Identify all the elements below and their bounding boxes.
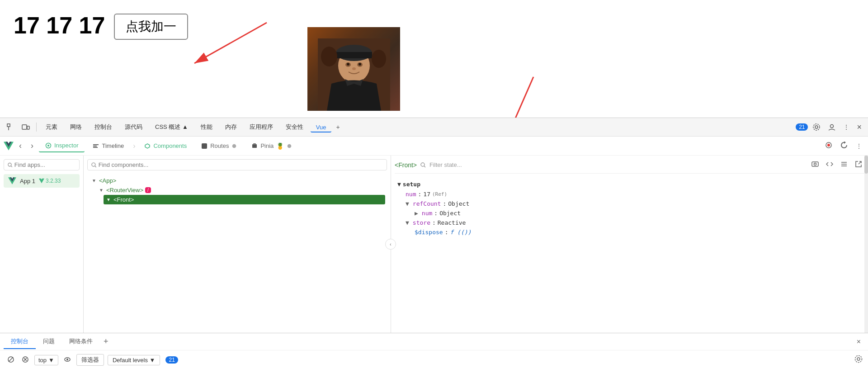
setup-section[interactable]: ▼ setup (396, 179, 863, 189)
app-name: App 1 (20, 178, 35, 184)
record-btn[interactable] (823, 140, 835, 151)
tab-divider: › (133, 142, 135, 150)
state-panel: <Front> Filter state... (391, 156, 868, 333)
console-input-bar: top ▼ 筛选器 Default levels ▼ 21 (0, 350, 868, 369)
console-add-tab-btn[interactable]: + (100, 335, 112, 348)
tab-security[interactable]: 安全性 (280, 121, 309, 133)
tab-components[interactable]: Components (138, 140, 193, 152)
tab-inspector[interactable]: Inspector (39, 139, 85, 152)
tree-item-app[interactable]: ▼ <App> (89, 176, 385, 185)
components-search-input[interactable] (99, 161, 383, 168)
pinia-label: Pinia (260, 142, 274, 149)
console-close-btn[interactable]: × (853, 336, 864, 348)
inspector-label: Inspector (54, 142, 78, 149)
user-btn[interactable] (825, 121, 839, 133)
app-version: 3.2.33 (39, 178, 61, 184)
expand-refcount[interactable]: ▼ (406, 200, 409, 207)
timeline-label: Timeline (102, 142, 124, 149)
svg-point-23 (47, 145, 49, 146)
prop-store[interactable]: ▼ store : Reactive (396, 218, 863, 227)
vue-toolbar-right: ⋮ (823, 140, 864, 151)
console-filter[interactable]: 筛选器 (76, 354, 104, 366)
svg-rect-17 (22, 125, 27, 129)
apps-search-box[interactable] (4, 159, 80, 170)
console-top-selector[interactable]: top ▼ (34, 355, 58, 365)
tab-memory[interactable]: 内存 (220, 121, 242, 133)
tab-network[interactable]: 网络 (65, 121, 87, 133)
svg-rect-40 (812, 162, 818, 166)
refresh-btn[interactable] (838, 140, 850, 151)
increment-button[interactable]: 点我加一 (114, 14, 188, 40)
console-clear-btn[interactable] (20, 355, 31, 365)
console-block-btn[interactable] (5, 355, 16, 365)
element-picker-btn[interactable] (4, 121, 17, 133)
scrollbar[interactable] (864, 156, 868, 333)
app-vue-logo (8, 177, 16, 185)
prop-colon-5: : (445, 229, 448, 236)
tab-console[interactable]: 控制台 (89, 121, 118, 133)
more-vue-btn[interactable]: ⋮ (854, 141, 864, 151)
list-btn[interactable] (838, 159, 850, 170)
prop-refcount[interactable]: ▼ refCount : Object (396, 199, 863, 208)
svg-line-45 (859, 161, 861, 164)
tab-timeline[interactable]: Timeline (86, 140, 130, 152)
expand-store[interactable]: ▼ (406, 219, 409, 226)
more-options-btn[interactable]: ⋮ (840, 122, 852, 132)
apps-search-input[interactable] (14, 161, 75, 168)
console-tab-issues[interactable]: 问题 (36, 335, 62, 349)
svg-line-35 (11, 165, 12, 167)
tab-css[interactable]: CSS 概述 ▲ (150, 121, 193, 133)
apps-panel: App 1 3.2.33 (0, 156, 84, 333)
tab-routes[interactable]: Routes (195, 140, 243, 152)
tree-item-routerview[interactable]: ▼ <RouterView> / (96, 185, 385, 195)
app-item[interactable]: App 1 3.2.33 (4, 174, 80, 188)
console-tab-network-conditions[interactable]: 网络条件 (62, 335, 100, 349)
front-tag: <Front> (113, 196, 134, 203)
tab-elements[interactable]: 元素 (40, 121, 63, 133)
tree-item-front[interactable]: ▼ <Front> (104, 195, 385, 204)
components-panel: ▼ <App> ▼ <RouterView> / ▼ <Front> ‹ (84, 156, 391, 333)
tab-application[interactable]: 应用程序 (244, 121, 278, 133)
tab-pinia[interactable]: Pinia 🍍 (245, 140, 298, 152)
console-tab-console[interactable]: 控制台 (4, 335, 36, 349)
code-btn[interactable] (824, 159, 835, 170)
prop-type-num: (Ref) (432, 191, 447, 197)
console-dropdown-arrow: ▼ (48, 357, 54, 364)
tab-vue[interactable]: Vue (311, 122, 332, 132)
state-header: <Front> Filter state... (395, 159, 864, 174)
console-badge: 21 (165, 356, 178, 364)
console-settings-btn[interactable] (854, 355, 863, 365)
open-external-btn[interactable] (853, 159, 864, 170)
prop-num: num : 17 (Ref) (396, 189, 863, 199)
component-tree: ▼ <App> ▼ <RouterView> / ▼ <Front> (87, 174, 387, 206)
forward-btn[interactable]: › (27, 139, 37, 152)
components-search-box[interactable] (87, 159, 387, 170)
close-devtools-btn[interactable]: × (854, 121, 864, 134)
prop-num-nested[interactable]: ▶ num : Object (396, 208, 863, 218)
svg-rect-26 (93, 147, 98, 148)
device-toggle-btn[interactable] (19, 121, 33, 133)
svg-point-31 (288, 144, 292, 148)
svg-point-21 (830, 125, 834, 128)
expand-num-nested[interactable]: ▶ (415, 210, 418, 217)
prop-key-num: num (406, 191, 416, 198)
settings-btn[interactable] (810, 121, 823, 133)
expand-arrow-front: ▼ (106, 197, 111, 202)
tab-sources[interactable]: 源代码 (119, 121, 148, 133)
prop-value-refcount: Object (448, 200, 469, 207)
prop-colon-4: : (432, 219, 436, 226)
prop-value-dispose: f (()) (450, 229, 471, 236)
svg-point-12 (372, 50, 386, 68)
svg-rect-27 (202, 143, 207, 149)
state-tree: ▼ setup num : 17 (Ref) ▼ refCount : Obje… (395, 177, 864, 239)
console-levels[interactable]: Default levels ▼ (108, 355, 160, 365)
screenshot-btn[interactable] (809, 159, 821, 170)
pinia-plugin-icon (287, 143, 292, 149)
tab-performance[interactable]: 性能 (195, 121, 218, 133)
back-btn[interactable]: ‹ (15, 139, 25, 152)
svg-rect-24 (93, 144, 99, 145)
add-tab-btn[interactable]: + (333, 122, 342, 132)
levels-label: Default levels ▼ (113, 357, 156, 364)
console-eye-btn[interactable] (62, 355, 73, 365)
collapse-panel-btn[interactable]: ‹ (385, 239, 396, 250)
